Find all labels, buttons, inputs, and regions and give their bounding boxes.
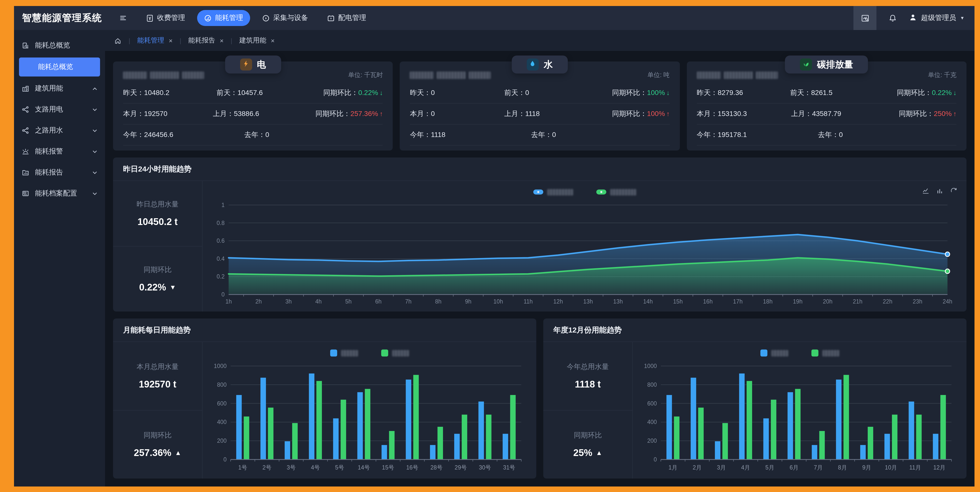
svg-text:5月: 5月 <box>765 464 775 471</box>
hourly-stat-panel: 昨日总用水量10450.2 t同期环比0.22%▼ <box>113 181 203 311</box>
svg-text:6h: 6h <box>375 298 382 305</box>
legend-marker <box>760 349 767 357</box>
nav-item[interactable]: 能耗管理 <box>197 10 250 26</box>
monthly-stat-panel: 今年总用水量1118 t同期环比25%▲ <box>543 342 633 478</box>
legend-item[interactable] <box>811 349 839 357</box>
tab-separator: | <box>129 37 130 44</box>
stat-label: 昨天： <box>123 88 144 96</box>
stat-cards-row: 电单位: 千瓦时昨天：10480.2前天：10457.6同期环比：0.22%↓本… <box>113 62 966 151</box>
hourly-line-chart: 00.20.40.60.811h2h3h4h5h6h7h8h9h10h11h12… <box>211 200 958 308</box>
sidebar-item[interactable]: 能耗档案配置 <box>14 183 105 204</box>
close-icon[interactable]: × <box>169 37 173 44</box>
stat-label: 同期环比： <box>612 88 647 96</box>
arrow-down-icon: ↓ <box>667 89 670 96</box>
sidebar-subitem-active[interactable]: 能耗总概览 <box>19 57 100 76</box>
fee-icon <box>146 14 154 22</box>
svg-text:16h: 16h <box>703 298 713 305</box>
restore-icon[interactable] <box>950 187 958 195</box>
home-icon[interactable] <box>114 37 122 44</box>
user-icon <box>909 13 917 23</box>
tab-item[interactable]: 建筑用能× <box>239 36 275 45</box>
tab-label: 能耗报告 <box>188 36 215 45</box>
panel-stat-value: 1118 t <box>575 379 601 390</box>
svg-text:0: 0 <box>654 456 657 463</box>
close-icon[interactable]: × <box>220 37 224 44</box>
svg-text:1: 1 <box>221 202 224 208</box>
tab-item[interactable]: 能耗管理× <box>137 36 173 45</box>
archive-icon <box>22 189 30 197</box>
stat-row: 昨天：8279.36前天：8261.5同期环比：0.22%↓ <box>697 83 956 103</box>
svg-text:16号: 16号 <box>406 464 418 471</box>
redacted-text <box>410 71 434 79</box>
legend-item[interactable] <box>330 349 358 357</box>
legend-item[interactable] <box>533 189 573 195</box>
daily-chart-region: 020040060080010001号2号3号4号5号14号15号16号28号2… <box>203 342 536 478</box>
sidebar-item[interactable]: 建筑用能 <box>14 78 105 99</box>
sidebar-item[interactable]: 能耗报警 <box>14 141 105 162</box>
branch-icon <box>22 127 30 135</box>
arrow-up-icon: ↑ <box>953 110 956 117</box>
chevron-down-icon <box>92 107 97 112</box>
chart-legend <box>641 345 958 361</box>
svg-text:12h: 12h <box>553 298 563 305</box>
branch-icon <box>22 105 30 114</box>
close-icon[interactable]: × <box>271 37 275 44</box>
sidebar-item[interactable]: 能耗报告 <box>14 162 105 183</box>
line-chart-icon[interactable] <box>922 187 929 195</box>
card-title: 昨日24小时用能趋势 <box>113 157 966 181</box>
stat-label: 去年： <box>244 130 266 138</box>
legend-item[interactable] <box>760 349 788 357</box>
svg-text:7月: 7月 <box>814 464 823 471</box>
stat-cell: 昨天：8279.36 <box>697 88 790 97</box>
panel-stat-value: 192570 t <box>139 379 177 390</box>
svg-text:0: 0 <box>221 291 224 298</box>
bar-chart-icon[interactable] <box>936 187 943 195</box>
svg-text:3月: 3月 <box>717 464 726 471</box>
nav-item[interactable]: 配电管理 <box>320 10 373 26</box>
panel-stat: 本月总用水量192570 t <box>113 342 202 410</box>
stat-row: 今年：246456.6去年：0 <box>123 124 383 146</box>
hourly-trend-card: 昨日24小时用能趋势 昨日总用水量10450.2 t同期环比0.22%▼ 00.… <box>113 157 966 311</box>
legend-item[interactable] <box>596 189 636 195</box>
panel-stat: 昨日总用水量10450.2 t <box>113 181 202 246</box>
svg-text:14号: 14号 <box>358 464 370 471</box>
nav-item-label: 采集与设备 <box>273 14 308 22</box>
hamburger-icon[interactable] <box>119 14 127 22</box>
top-navbar: 智慧能源管理系统 收费管理能耗管理采集与设备配电管理 超级管理员 ▼ <box>14 6 975 30</box>
bell-icon[interactable] <box>888 14 897 22</box>
stat-value: 0.22% <box>932 88 952 96</box>
stat-label: 昨天： <box>410 88 431 96</box>
svg-text:6月: 6月 <box>790 464 799 471</box>
report-panel-icon[interactable] <box>853 6 877 30</box>
legend-item[interactable] <box>381 349 409 357</box>
gauge-icon <box>204 14 212 22</box>
panel-stat: 同期环比0.22%▼ <box>113 246 202 311</box>
panel-stat-label: 同期环比 <box>143 265 172 274</box>
stat-card: 水单位: 吨昨天：0前天：0同期环比：100%↓本月：0上月：1118同期环比：… <box>400 62 680 151</box>
panel-stat: 今年总用水量1118 t <box>543 342 632 410</box>
panel-stat: 同期环比257.36%▲ <box>113 410 202 478</box>
sidebar-item[interactable]: 之路用水 <box>14 120 105 141</box>
nav-item-label: 配电管理 <box>338 14 366 22</box>
alarm-icon <box>22 148 30 156</box>
stat-row: 昨天：0前天：0同期环比：100%↓ <box>410 83 670 103</box>
power-icon <box>327 14 335 22</box>
svg-text:0.2: 0.2 <box>216 273 224 280</box>
monthly-bar-chart: 020040060080010001月2月3月4月5月6月7月8月9月10月11… <box>641 361 958 475</box>
stat-label: 前天： <box>504 88 525 96</box>
tab-item[interactable]: 能耗报告× <box>188 36 224 45</box>
arrow-down-icon: ↓ <box>380 89 383 96</box>
nav-item[interactable]: 采集与设备 <box>255 10 315 26</box>
stat-label: 今年： <box>123 130 144 138</box>
sidebar: 能耗总概览能耗总概览建筑用能支路用电之路用水能耗报警能耗报告能耗档案配置 <box>14 30 105 487</box>
stat-row: 昨天：10480.2前天：10457.6同期环比：0.22%↓ <box>123 83 383 103</box>
daily-trend-card: 月能耗每日用能趋势 本月总用水量192570 t同期环比257.36%▲ 020… <box>113 319 536 478</box>
panel-stat-label: 同期环比 <box>574 431 602 440</box>
stat-cell: 本月：0 <box>410 109 504 118</box>
nav-item[interactable]: 收费管理 <box>139 10 192 26</box>
user-menu[interactable]: 超级管理员 ▼ <box>909 13 964 23</box>
sidebar-item[interactable]: 支路用电 <box>14 99 105 120</box>
stat-value: 1118 <box>525 109 540 117</box>
chevron-down-icon <box>92 149 97 154</box>
sidebar-item[interactable]: 能耗总概览 <box>14 35 105 56</box>
